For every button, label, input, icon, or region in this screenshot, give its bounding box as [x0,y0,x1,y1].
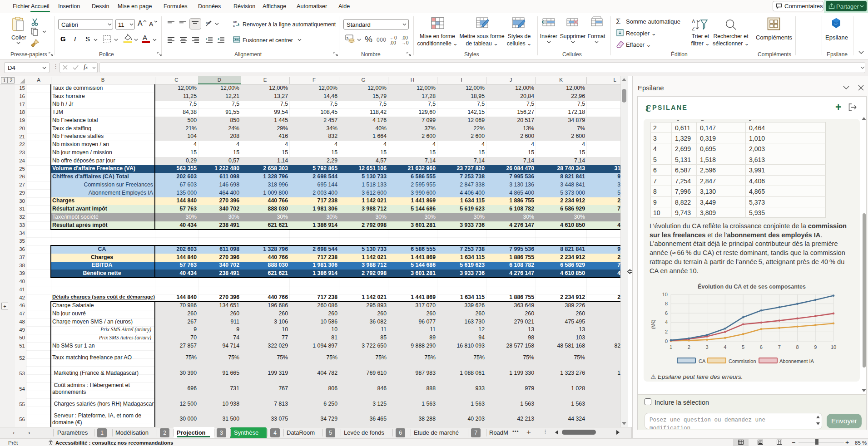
svg-text:9: 9 [814,344,817,350]
svg-text:(M€): (M€) [651,320,656,329]
svg-text:2: 2 [688,344,690,350]
svg-text:8: 8 [796,344,799,350]
svg-text:4: 4 [665,319,668,325]
svg-text:3: 3 [706,344,709,350]
svg-text:10: 10 [831,344,836,350]
svg-text:5: 5 [742,344,744,350]
svg-text:2: 2 [665,329,668,334]
svg-text:6: 6 [760,344,763,350]
svg-text:Z: Z [692,26,695,31]
svg-text:A: A [692,19,695,24]
svg-text:8: 8 [665,301,668,306]
svg-text:ab: ab [206,21,210,25]
svg-text:1: 1 [670,344,672,350]
svg-text:4: 4 [724,344,726,350]
svg-text:10: 10 [662,293,668,297]
svg-text:0: 0 [665,338,668,344]
svg-text:c: c [233,24,235,27]
svg-text:6: 6 [665,310,668,316]
svg-text:€: € [347,36,349,40]
svg-text:7: 7 [778,344,781,350]
